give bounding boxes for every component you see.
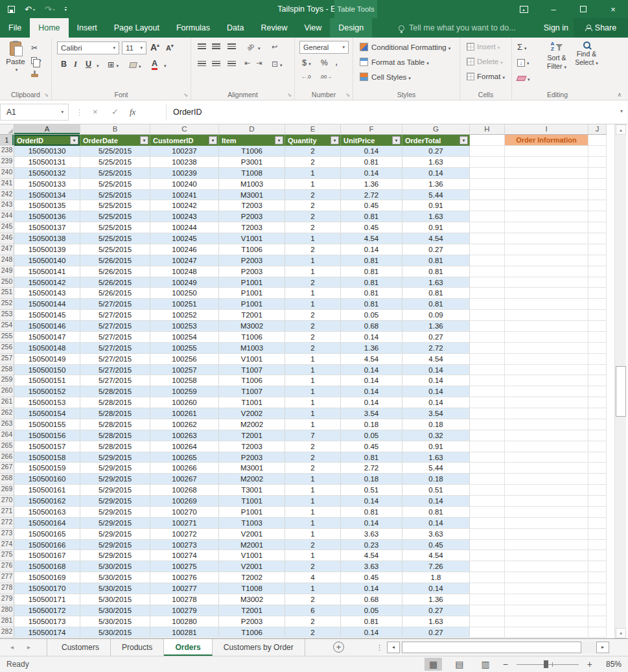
borders-dropdown-icon[interactable]: ▾ (116, 64, 119, 68)
row-header-258[interactable]: 258 (0, 365, 14, 376)
ribbon-display-options-button[interactable]: ▴ (509, 0, 539, 18)
cell-E253[interactable]: 2 (285, 310, 341, 321)
fill-color-dropdown-icon[interactable]: ▾ (139, 64, 141, 69)
cell-F281[interactable]: 0.81 (341, 616, 402, 627)
cell-D244[interactable]: P2003 (219, 211, 285, 222)
cell-H251[interactable] (470, 288, 505, 299)
cell-A250[interactable]: 150500142 (14, 277, 80, 288)
filter-button-orderid[interactable]: ▾ (70, 136, 78, 145)
cell-F265[interactable]: 0.45 (341, 441, 402, 452)
cell-G238[interactable]: 0.27 (402, 146, 470, 157)
cell-B247[interactable]: 5/25/2015 (80, 244, 150, 255)
cell-D268[interactable]: M2002 (219, 474, 285, 485)
font-color-dropdown-icon[interactable]: ▾ (164, 64, 167, 69)
decrease-decimal-button[interactable]: .00→ (320, 74, 332, 80)
column-header-f[interactable]: F (341, 124, 402, 135)
cell-J250[interactable] (588, 277, 607, 288)
cell-J247[interactable] (588, 244, 607, 255)
cell-I275[interactable] (505, 550, 588, 561)
zoom-in-button[interactable]: + (587, 659, 592, 669)
cell-F250[interactable]: 0.81 (341, 277, 402, 288)
row-header-264[interactable]: 264 (0, 430, 14, 441)
cell-I240[interactable] (505, 168, 588, 179)
cell-J238[interactable] (588, 146, 607, 157)
cell-H270[interactable] (470, 496, 505, 507)
cell-D263[interactable]: M2002 (219, 419, 285, 430)
cell-B280[interactable]: 5/30/2015 (80, 605, 150, 616)
paste-dropdown-icon[interactable]: ▾ (16, 67, 18, 73)
cell-C247[interactable]: 100246 (150, 244, 219, 255)
cell-A252[interactable]: 150500144 (14, 299, 80, 310)
zoom-level[interactable]: 85% (601, 660, 622, 669)
font-dialog-launcher[interactable]: ⇘ (183, 92, 188, 98)
cell-F249[interactable]: 0.81 (341, 266, 402, 277)
cell-C272[interactable]: 100271 (150, 518, 219, 529)
cell-I261[interactable] (505, 397, 588, 408)
cell-A251[interactable]: 150500143 (14, 288, 80, 299)
row-header-263[interactable]: 263 (0, 419, 14, 430)
cell-H261[interactable] (470, 397, 505, 408)
cell-J248[interactable] (588, 255, 607, 266)
column-header-g[interactable]: G (402, 124, 470, 135)
cell-E247[interactable]: 2 (285, 244, 341, 255)
cell-A265[interactable]: 150500157 (14, 441, 80, 452)
cell-I252[interactable] (505, 299, 588, 310)
cell-C252[interactable]: 100251 (150, 299, 219, 310)
row-header-281[interactable]: 281 (0, 616, 14, 627)
cell-C254[interactable]: 100253 (150, 321, 219, 332)
page-layout-view-button[interactable]: ▤ (450, 658, 468, 671)
cell-D246[interactable]: V1001 (219, 233, 285, 244)
cell-G279[interactable]: 1.36 (402, 594, 470, 605)
cell-I260[interactable] (505, 386, 588, 397)
cell-A264[interactable]: 150500156 (14, 430, 80, 441)
row-header-275[interactable]: 275 (0, 550, 14, 561)
cell-F239[interactable]: 0.81 (341, 157, 402, 168)
normal-view-button[interactable]: ▦ (424, 658, 442, 671)
cell-C263[interactable]: 100262 (150, 419, 219, 430)
zoom-slider[interactable] (517, 660, 579, 669)
currency-dropdown-icon[interactable]: ▾ (308, 62, 311, 66)
align-left-button[interactable] (198, 61, 206, 67)
underline-button[interactable]: U (86, 60, 91, 69)
cut-button[interactable]: ✂ (31, 42, 41, 53)
cell-E269[interactable]: 1 (285, 485, 341, 496)
cell-B273[interactable]: 5/29/2015 (80, 529, 150, 540)
cell-H242[interactable] (470, 190, 505, 201)
cell-G262[interactable]: 3.54 (402, 408, 470, 419)
cell-H263[interactable] (470, 419, 505, 430)
align-center-button[interactable] (212, 61, 220, 67)
cell-E261[interactable]: 1 (285, 397, 341, 408)
cell-I270[interactable] (505, 496, 588, 507)
cell-G280[interactable]: 0.27 (402, 605, 470, 616)
cell-B254[interactable]: 5/27/2015 (80, 321, 150, 332)
cell-F255[interactable]: 0.14 (341, 332, 402, 343)
row-header-261[interactable]: 261 (0, 397, 14, 408)
row-header-268[interactable]: 268 (0, 474, 14, 485)
cell-I259[interactable] (505, 375, 588, 386)
cell-F275[interactable]: 4.54 (341, 550, 402, 561)
cell-J266[interactable] (588, 452, 607, 463)
cell-C257[interactable]: 100256 (150, 354, 219, 365)
cell-H280[interactable] (470, 605, 505, 616)
cell-B274[interactable]: 5/29/2015 (80, 540, 150, 551)
cell-C278[interactable]: 100277 (150, 583, 219, 594)
autosum-button[interactable]: Σ▾ (517, 42, 527, 52)
cell-C245[interactable]: 100244 (150, 222, 219, 233)
cell-H269[interactable] (470, 485, 505, 496)
cell-G278[interactable]: 0.14 (402, 583, 470, 594)
cell-C279[interactable]: 100278 (150, 594, 219, 605)
cell-I274[interactable] (505, 540, 588, 551)
row-header-280[interactable]: 280 (0, 605, 14, 616)
cell-D247[interactable]: T1006 (219, 244, 285, 255)
cell-H267[interactable] (470, 463, 505, 474)
cell-H243[interactable] (470, 200, 505, 211)
filter-button-unitprice[interactable]: ▾ (392, 136, 401, 145)
row-header-243[interactable]: 243 (0, 200, 14, 211)
cell-I242[interactable] (505, 190, 588, 201)
cell-I241[interactable] (505, 179, 588, 190)
cell-E262[interactable]: 1 (285, 408, 341, 419)
font-name-select[interactable]: Calibri ▾ (57, 41, 119, 54)
sheet-nav-left-button[interactable]: ◂ (10, 639, 14, 656)
column-header-j[interactable]: J (588, 124, 607, 135)
cell-E257[interactable]: 1 (285, 354, 341, 365)
